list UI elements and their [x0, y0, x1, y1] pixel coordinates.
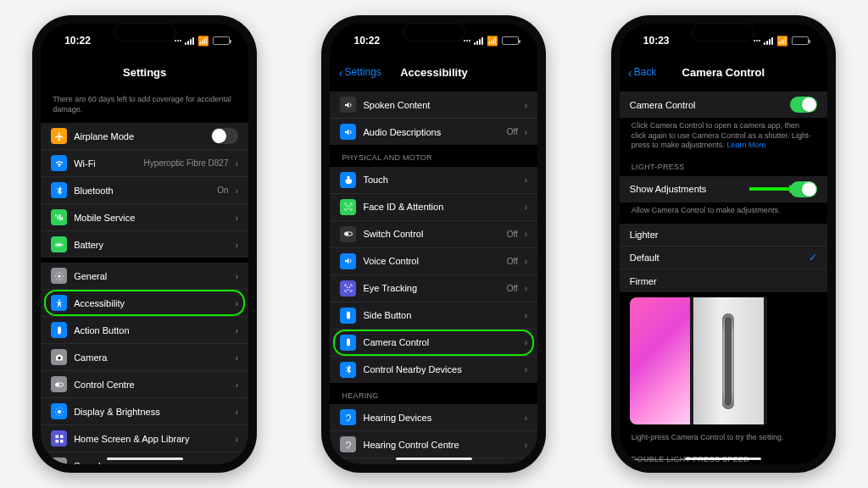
- row-general[interactable]: General›: [41, 263, 248, 290]
- bluetooth-icon: [51, 182, 67, 198]
- side-icon: [340, 308, 356, 324]
- svg-point-9: [58, 410, 61, 413]
- preview-caption: Light-press Camera Control to try the se…: [620, 430, 827, 446]
- svg-rect-13: [60, 440, 64, 443]
- row-label: Lighter: [630, 230, 817, 240]
- row-label: Camera: [74, 352, 228, 363]
- row-label: Hearing Devices: [363, 413, 517, 423]
- chevron-right-icon: ›: [525, 229, 528, 239]
- row-label: Action Button: [74, 325, 228, 336]
- row-camctrl[interactable]: Camera Control›: [330, 330, 537, 357]
- row-label: Voice Control: [363, 256, 499, 266]
- chevron-right-icon: ›: [525, 256, 528, 266]
- row-wifi[interactable]: Wi-FiHyperoptic Fibre D827›: [41, 150, 248, 177]
- row-airplane[interactable]: Airplane Mode: [41, 123, 248, 150]
- learn-more-link[interactable]: Learn More: [726, 141, 765, 149]
- home-indicator[interactable]: [685, 458, 761, 460]
- row-home[interactable]: Home Screen & App Library›: [41, 425, 248, 452]
- chevron-right-icon: ›: [525, 175, 528, 185]
- row-hearingdev[interactable]: Hearing Devices›: [330, 404, 537, 431]
- touch-icon: [340, 172, 356, 188]
- row-label: Face ID & Attention: [363, 202, 517, 212]
- phone-mockup-accessibility: 10:22 📶 ‹ Settings Accessibility Spoken …: [321, 15, 546, 473]
- cellular-icon: [474, 37, 483, 45]
- row-faceid[interactable]: Face ID & Attention›: [330, 194, 537, 221]
- row-label: Control Nearby Devices: [363, 364, 517, 374]
- svg-rect-1: [56, 244, 61, 246]
- chevron-right-icon: ›: [525, 364, 528, 374]
- row-accessibility[interactable]: Accessibility›: [41, 290, 248, 317]
- row-switch[interactable]: Switch ControlOff›: [330, 221, 537, 248]
- row-audiodesc[interactable]: Audio DescriptionsOff›: [330, 119, 537, 145]
- row-mobile[interactable]: Mobile Service›: [41, 204, 248, 231]
- chevron-left-icon: ‹: [628, 65, 632, 80]
- svg-point-8: [56, 383, 58, 385]
- toggle-camera-control[interactable]: [790, 97, 817, 113]
- back-button[interactable]: ‹ Back: [628, 65, 657, 80]
- wifi-icon: [51, 155, 67, 171]
- control-icon: [51, 376, 67, 392]
- row-label: Touch: [363, 175, 517, 185]
- row-detail: Off: [507, 284, 518, 293]
- row-battery[interactable]: Battery›: [41, 231, 248, 258]
- chevron-right-icon: ›: [235, 186, 238, 196]
- help-text: Click Camera Control to open a camera ap…: [620, 118, 827, 154]
- chevron-right-icon: ›: [235, 240, 238, 250]
- row-default[interactable]: Default✓: [620, 247, 827, 269]
- cellular-icon: [764, 37, 773, 45]
- row-label: Display & Brightness: [74, 407, 228, 417]
- row-action[interactable]: Action Button›: [41, 317, 248, 344]
- row-firmer[interactable]: Firmer: [620, 269, 827, 292]
- row-display[interactable]: Display & Brightness›: [41, 398, 248, 425]
- row-voice[interactable]: Voice ControlOff›: [330, 248, 537, 275]
- svg-point-17: [347, 206, 348, 207]
- battery-icon: [502, 36, 519, 45]
- toggle-airplane[interactable]: [211, 128, 238, 144]
- dynamic-island: [403, 23, 465, 42]
- row-side[interactable]: Side Button›: [330, 302, 537, 330]
- chevron-right-icon: ›: [525, 127, 528, 137]
- battery-icon: [213, 36, 230, 45]
- svg-rect-11: [60, 435, 64, 438]
- svg-point-22: [349, 287, 350, 288]
- nav-bar: Settings: [41, 58, 248, 86]
- row-touch[interactable]: Touch›: [330, 167, 537, 194]
- back-button[interactable]: ‹ Settings: [338, 65, 381, 80]
- row-label: Spoken Content: [363, 100, 517, 110]
- home-indicator[interactable]: [396, 458, 472, 460]
- row-label: Camera Control: [630, 100, 783, 110]
- row-lighter[interactable]: Lighter: [620, 224, 827, 247]
- row-camera[interactable]: Camera›: [41, 344, 248, 371]
- toggle-show-adjustments[interactable]: [790, 181, 817, 197]
- home-indicator[interactable]: [107, 458, 183, 460]
- chevron-right-icon: ›: [525, 202, 528, 212]
- row-spoken[interactable]: Spoken Content›: [330, 92, 537, 119]
- camera-control-preview: [630, 297, 817, 424]
- row-hearingctr[interactable]: Hearing Control Centre›: [330, 431, 537, 458]
- svg-point-3: [58, 274, 60, 277]
- chevron-right-icon: ›: [525, 337, 528, 347]
- section-header-hearing: Hearing: [330, 388, 537, 405]
- row-nearby[interactable]: Control Nearby Devices›: [330, 357, 537, 383]
- svg-point-14: [56, 463, 61, 464]
- row-control[interactable]: Control Centre›: [41, 371, 248, 398]
- svg-rect-10: [55, 435, 58, 438]
- chevron-right-icon: ›: [525, 440, 528, 450]
- svg-point-4: [58, 299, 60, 301]
- row-bluetooth[interactable]: BluetoothOn›: [41, 177, 248, 204]
- row-label: Airplane Mode: [74, 131, 204, 141]
- phone-mockup-camera-control: 10:23 📶 ‹ Back Camera Control Camera Con…: [611, 15, 836, 473]
- wifi-icon: 📶: [487, 36, 498, 47]
- coverage-notice: There are 60 days left to add coverage f…: [41, 92, 248, 118]
- status-time: 10:23: [643, 35, 670, 47]
- chevron-right-icon: ›: [525, 413, 528, 423]
- chevron-right-icon: ›: [235, 434, 238, 444]
- row-detail: Off: [507, 257, 518, 266]
- spoken-icon: [340, 97, 356, 113]
- svg-rect-5: [58, 326, 61, 334]
- row-show-adjustments[interactable]: Show Adjustments: [620, 176, 827, 202]
- row-label: Accessibility: [74, 298, 228, 308]
- back-label: Back: [634, 66, 657, 78]
- row-eye[interactable]: Eye TrackingOff›: [330, 275, 537, 302]
- row-camera-control-toggle[interactable]: Camera Control: [620, 92, 827, 118]
